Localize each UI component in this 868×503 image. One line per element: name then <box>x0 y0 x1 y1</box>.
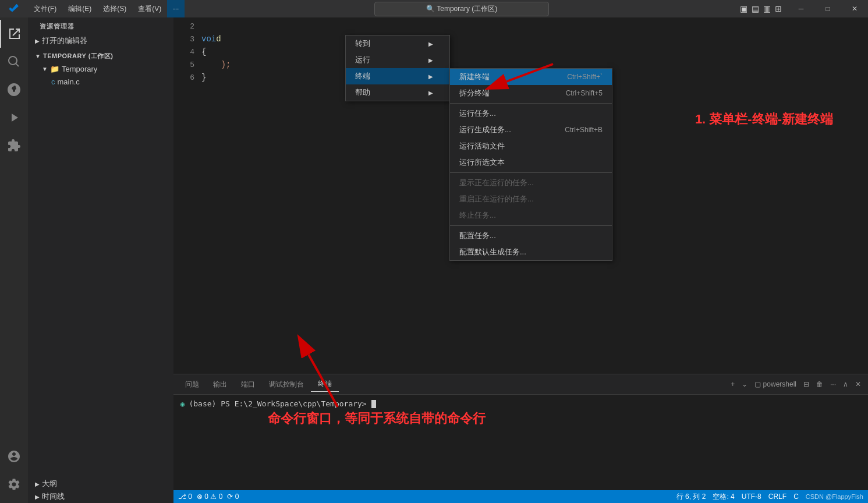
status-left: ⎇ 0 ⊗ 0 ⚠ 0 ⟳ 0 <box>178 493 239 501</box>
show-running-label: 显示正在运行的任务... <box>459 178 534 188</box>
split-terminal-shortcut: Ctrl+Shift+5 <box>552 89 603 97</box>
code-line-2: 2 <box>173 20 868 33</box>
tab-terminal[interactable]: 终端 <box>311 377 339 392</box>
main-layout: 资源管理器 ▶ 打开的编辑器 ▼ TEMPORARY (工作区) ▼ 📁 Tem… <box>0 17 868 503</box>
folder-icon: 📁 <box>50 65 59 73</box>
menu-run[interactable]: 运行 ▶ <box>346 52 449 68</box>
add-terminal-button[interactable]: + <box>728 379 737 389</box>
terminal-dropdown-button[interactable]: ⌄ <box>739 379 750 389</box>
terminal-area: 问题 输出 端口 调试控制台 终端 + ⌄ ▢ powershell ⊟ 🗑 ·… <box>173 374 868 490</box>
activity-search[interactable] <box>0 48 28 76</box>
timeline-chevron-icon: ▶ <box>35 494 40 500</box>
sync-status[interactable]: ⟳ 0 <box>227 493 239 501</box>
outline-chevron-icon: ▶ <box>35 481 40 487</box>
error-warning-status[interactable]: ⊗ 0 ⚠ 0 <box>197 493 222 501</box>
submenu-configure-tasks[interactable]: 配置任务... <box>450 228 612 244</box>
split-panel-button[interactable]: ⊟ <box>801 379 812 389</box>
submenu-restart-running: 重启正在运行的任务... <box>450 191 612 207</box>
outline-label: 大纲 <box>42 479 57 489</box>
layout-icon1[interactable]: ▣ <box>739 4 748 13</box>
minimize-button[interactable]: ─ <box>788 0 814 17</box>
menu-run-label: 运行 <box>355 55 370 65</box>
menu-goto[interactable]: 转到 ▶ <box>346 36 449 52</box>
status-bar: ⎇ 0 ⊗ 0 ⚠ 0 ⟳ 0 行 6, 列 2 空格: 4 UTF-8 CRL… <box>173 490 868 503</box>
terminal-body[interactable]: ◉ (base) PS E:\2_WorkSpace\cpp\Temporary… <box>173 395 868 490</box>
folder-chevron-down-icon: ▼ <box>42 66 48 72</box>
powershell-label: ▢ powershell <box>752 379 799 389</box>
layout-icon4[interactable]: ⊞ <box>774 4 783 13</box>
search-box[interactable]: 🔍 Temporary (工作区) <box>374 2 549 16</box>
layout-icon2[interactable]: ▤ <box>750 4 760 13</box>
goto-arrow-icon: ▶ <box>419 41 433 47</box>
activity-settings[interactable] <box>0 470 28 498</box>
sidebar-bottom: ▶ 大纲 ▶ 时间线 <box>28 477 173 503</box>
menu-view[interactable]: 查看(V) <box>132 0 167 17</box>
terminal-submenu[interactable]: 新建终端 Ctrl+Shift+` 拆分终端 Ctrl+Shift+5 运行任务… <box>449 68 612 261</box>
timeline-label: 时间线 <box>42 491 65 502</box>
terminal-circle-icon: ◉ <box>180 400 189 408</box>
terminal-more-button[interactable]: ··· <box>828 379 838 389</box>
activity-extensions[interactable] <box>0 132 28 160</box>
run-arrow-icon: ▶ <box>419 57 433 63</box>
terminal-prompt: (base) PS E:\2_WorkSpace\cpp\Temporary> <box>189 399 366 408</box>
menu-more[interactable]: ··· <box>167 0 185 17</box>
submenu-run-selected[interactable]: 运行所选文本 <box>450 154 612 171</box>
menu-file[interactable]: 文件(F) <box>28 0 62 17</box>
window-controls: ─ □ ✕ <box>788 0 868 17</box>
new-terminal-shortcut: Ctrl+Shift+` <box>553 73 603 81</box>
tab-ports[interactable]: 端口 <box>234 377 262 392</box>
help-arrow-icon: ▶ <box>419 90 433 96</box>
language-status[interactable]: C <box>793 493 799 501</box>
submenu-run-build[interactable]: 运行生成任务... Ctrl+Shift+B <box>450 122 612 138</box>
workspace-item[interactable]: ▼ TEMPORARY (工作区) <box>28 49 173 62</box>
menu-terminal-label: 终端 <box>355 71 370 82</box>
activity-git[interactable] <box>0 76 28 104</box>
menu-select[interactable]: 选择(S) <box>97 0 132 17</box>
close-button[interactable]: ✕ <box>841 0 868 17</box>
tab-debug-console[interactable]: 调试控制台 <box>262 377 311 392</box>
git-branch-status[interactable]: ⎇ 0 <box>178 493 192 501</box>
menu-help[interactable]: 帮助 ▶ <box>346 84 449 101</box>
terminal-actions: + ⌄ ▢ powershell ⊟ 🗑 ··· ∧ ✕ <box>728 379 863 389</box>
file-item[interactable]: c main.c <box>28 75 173 88</box>
open-editors-item[interactable]: ▶ 打开的编辑器 <box>28 34 173 47</box>
submenu-show-running: 显示正在运行的任务... <box>450 175 612 191</box>
tab-output[interactable]: 输出 <box>206 377 234 392</box>
submenu-split-terminal[interactable]: 拆分终端 Ctrl+Shift+5 <box>450 85 612 101</box>
submenu-new-terminal[interactable]: 新建终端 Ctrl+Shift+` <box>450 69 612 85</box>
top-menu[interactable]: 转到 ▶ 运行 ▶ 终端 ▶ 新建终端 Ctrl+Shift+` <box>345 35 450 101</box>
folder-name: Temporary <box>62 65 97 73</box>
new-terminal-label: 新建终端 <box>459 72 490 82</box>
line-ending-status[interactable]: CRLF <box>768 493 786 501</box>
delete-terminal-button[interactable]: 🗑 <box>814 379 826 389</box>
menu-goto-label: 转到 <box>355 38 370 49</box>
status-right: 行 6, 列 2 空格: 4 UTF-8 CRLF C CSDN @Flappy… <box>676 492 863 502</box>
menu-terminal[interactable]: 终端 ▶ 新建终端 Ctrl+Shift+` 拆分终端 Ctrl+Shift+5 <box>346 68 449 84</box>
timeline-item[interactable]: ▶ 时间线 <box>28 490 173 503</box>
menu-edit[interactable]: 编辑(E) <box>62 0 97 17</box>
menu-help-label: 帮助 <box>355 87 370 98</box>
outline-item[interactable]: ▶ 大纲 <box>28 477 173 490</box>
activity-run[interactable] <box>0 104 28 132</box>
submenu-terminate-task: 终止任务... <box>450 207 612 224</box>
activity-account[interactable] <box>0 442 28 470</box>
open-editors-section: ▶ 打开的编辑器 <box>28 33 173 48</box>
terminal-up-button[interactable]: ∧ <box>841 379 851 389</box>
csdn-watermark: CSDN @FlappyFish <box>806 493 863 500</box>
layout-icon3[interactable]: ▥ <box>762 4 771 13</box>
submenu-run-task[interactable]: 运行任务... <box>450 105 612 122</box>
tab-problems[interactable]: 问题 <box>178 377 206 392</box>
activity-explorer[interactable] <box>0 20 28 48</box>
maximize-button[interactable]: □ <box>814 0 841 17</box>
code-line-4: 4 { <box>173 45 868 58</box>
chevron-down-icon: ▼ <box>35 53 41 59</box>
sidebar: 资源管理器 ▶ 打开的编辑器 ▼ TEMPORARY (工作区) ▼ 📁 Tem… <box>28 17 173 503</box>
spaces-status[interactable]: 空格: 4 <box>713 492 734 502</box>
folder-item[interactable]: ▼ 📁 Temporary <box>28 62 173 75</box>
terminal-close-button[interactable]: ✕ <box>853 379 863 389</box>
submenu-run-active[interactable]: 运行活动文件 <box>450 138 612 154</box>
cursor-position-status[interactable]: 行 6, 列 2 <box>676 492 706 502</box>
encoding-status[interactable]: UTF-8 <box>742 493 761 501</box>
submenu-configure-default[interactable]: 配置默认生成任务... <box>450 244 612 260</box>
editor-area: 2 3 void 4 { 5 ); <box>173 17 868 503</box>
